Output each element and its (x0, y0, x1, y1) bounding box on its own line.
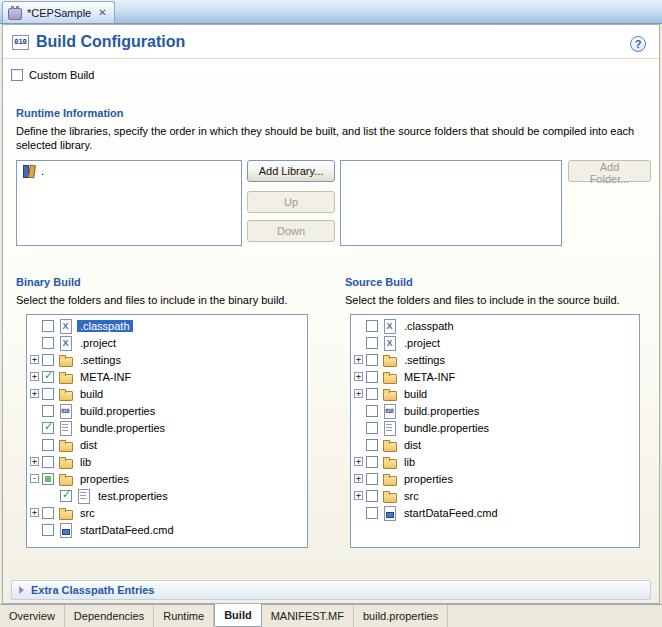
tree-item-label[interactable]: src (401, 490, 422, 502)
tree-row[interactable]: build.properties (351, 402, 639, 419)
tree-row[interactable]: src (351, 487, 639, 504)
tree-row[interactable]: startDataFeed.cmd (27, 521, 307, 538)
tree-row[interactable]: .settings (27, 351, 307, 368)
item-checkbox[interactable] (42, 371, 54, 383)
item-checkbox[interactable] (366, 405, 378, 417)
item-checkbox[interactable] (366, 371, 378, 383)
page-tab[interactable]: MANIFEST.MF (262, 605, 354, 627)
item-checkbox[interactable] (366, 490, 378, 502)
tree-item-label[interactable]: startDataFeed.cmd (401, 507, 501, 519)
item-checkbox[interactable] (42, 524, 54, 536)
tree-item-label[interactable]: build.properties (77, 405, 158, 417)
tree-row[interactable]: lib (27, 453, 307, 470)
page-tab[interactable]: Build (214, 604, 262, 627)
item-checkbox[interactable] (42, 320, 54, 332)
help-icon[interactable] (630, 36, 646, 52)
library-list-item[interactable]: . (17, 163, 241, 178)
item-checkbox[interactable] (42, 507, 54, 519)
item-checkbox[interactable] (60, 490, 72, 502)
item-checkbox[interactable] (42, 439, 54, 451)
tree-row[interactable]: startDataFeed.cmd (351, 504, 639, 521)
expand-toggle-icon[interactable] (354, 491, 363, 500)
tree-item-label[interactable]: dist (77, 439, 100, 451)
tree-row[interactable]: build (27, 385, 307, 402)
item-checkbox[interactable] (366, 388, 378, 400)
expand-toggle-icon[interactable] (354, 355, 363, 364)
tree-item-label[interactable]: META-INF (401, 371, 458, 383)
expand-toggle-icon[interactable] (30, 389, 39, 398)
expand-toggle-icon[interactable] (30, 508, 39, 517)
tree-item-label[interactable]: bundle.properties (77, 422, 168, 434)
item-checkbox[interactable] (366, 507, 378, 519)
tree-item-label[interactable]: .classpath (77, 320, 133, 332)
item-checkbox[interactable] (42, 388, 54, 400)
tree-row[interactable]: .classpath (351, 317, 639, 334)
item-checkbox[interactable] (42, 456, 54, 468)
tree-row[interactable]: bundle.properties (351, 419, 639, 436)
tree-item-label[interactable]: .settings (401, 354, 448, 366)
tree-row[interactable]: properties (27, 470, 307, 487)
item-checkbox[interactable] (366, 422, 378, 434)
tree-item-label[interactable]: test.properties (95, 490, 171, 502)
binary-build-tree[interactable]: .classpath .project .settings (26, 314, 308, 548)
item-checkbox[interactable] (42, 354, 54, 366)
item-checkbox[interactable] (366, 337, 378, 349)
tree-item-label[interactable]: lib (77, 456, 94, 468)
editor-tab[interactable]: *CEPSample (2, 1, 115, 23)
page-tab[interactable]: Dependencies (65, 605, 154, 627)
add-library-button[interactable]: Add Library... (247, 160, 335, 182)
tree-row[interactable]: build.properties (27, 402, 307, 419)
tree-item-label[interactable]: properties (77, 473, 132, 485)
tree-row[interactable]: test.properties (27, 487, 307, 504)
tree-row[interactable]: build (351, 385, 639, 402)
tree-row[interactable]: .classpath (27, 317, 307, 334)
tree-item-label[interactable]: properties (401, 473, 456, 485)
expand-toggle-icon[interactable] (354, 372, 363, 381)
tree-item-label[interactable]: build.properties (401, 405, 482, 417)
tree-item-label[interactable]: .project (77, 337, 119, 349)
tree-item-label[interactable]: META-INF (77, 371, 134, 383)
item-checkbox[interactable] (366, 473, 378, 485)
library-list[interactable]: . (16, 160, 242, 246)
item-checkbox[interactable] (42, 337, 54, 349)
page-tab[interactable]: build.properties (354, 605, 448, 627)
expand-toggle-icon[interactable] (30, 355, 39, 364)
tree-item-label[interactable]: .project (401, 337, 443, 349)
expand-toggle-icon[interactable] (354, 474, 363, 483)
item-checkbox[interactable] (42, 473, 54, 485)
tree-item-label[interactable]: .settings (77, 354, 124, 366)
item-checkbox[interactable] (366, 439, 378, 451)
tree-item-label[interactable]: lib (401, 456, 418, 468)
page-tab[interactable]: Overview (0, 605, 65, 627)
tree-row[interactable]: bundle.properties (27, 419, 307, 436)
page-tab[interactable]: Runtime (154, 605, 214, 627)
tree-item-label[interactable]: startDataFeed.cmd (77, 524, 177, 536)
tree-row[interactable]: dist (351, 436, 639, 453)
tree-row[interactable]: .project (27, 334, 307, 351)
item-checkbox[interactable] (42, 405, 54, 417)
item-checkbox[interactable] (42, 422, 54, 434)
source-folder-list[interactable] (340, 160, 562, 246)
custom-build-checkbox[interactable] (11, 69, 23, 81)
tree-item-label[interactable]: build (77, 388, 106, 400)
expand-toggle-icon[interactable] (30, 457, 39, 466)
expand-toggle-icon[interactable] (354, 389, 363, 398)
tree-row[interactable]: META-INF (351, 368, 639, 385)
tree-row[interactable]: dist (27, 436, 307, 453)
tree-row[interactable]: META-INF (27, 368, 307, 385)
tree-item-label[interactable]: src (77, 507, 98, 519)
tree-row[interactable]: .project (351, 334, 639, 351)
expand-toggle-icon[interactable] (30, 372, 39, 381)
tree-row[interactable]: lib (351, 453, 639, 470)
expand-toggle-icon[interactable] (30, 474, 39, 483)
tree-item-label[interactable]: bundle.properties (401, 422, 492, 434)
source-build-tree[interactable]: .classpath .project .settings (350, 314, 640, 548)
item-checkbox[interactable] (366, 354, 378, 366)
tree-item-label[interactable]: dist (401, 439, 424, 451)
item-checkbox[interactable] (366, 456, 378, 468)
item-checkbox[interactable] (366, 320, 378, 332)
expand-toggle-icon[interactable] (354, 457, 363, 466)
extra-classpath-section-header[interactable]: Extra Classpath Entries (11, 580, 651, 600)
tree-row[interactable]: src (27, 504, 307, 521)
close-icon[interactable] (98, 8, 106, 18)
